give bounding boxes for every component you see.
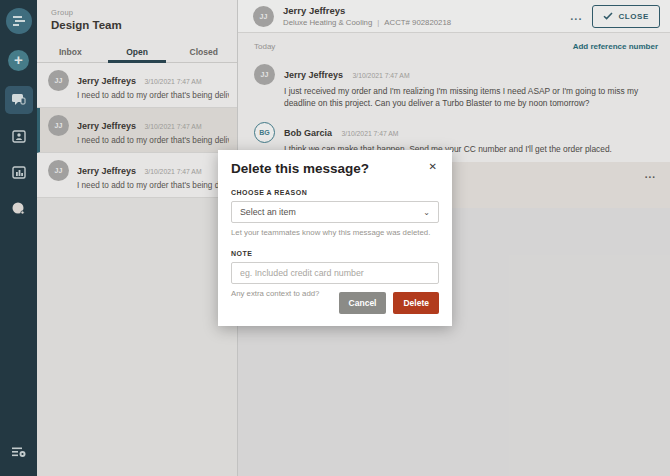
dialog-title: Delete this message?: [231, 161, 369, 176]
delete-button[interactable]: Delete: [393, 292, 439, 314]
reason-select[interactable]: Select an item ⌄: [231, 201, 439, 223]
chevron-down-icon: ⌄: [423, 208, 430, 217]
reason-helper-text: Let your teammates know why this message…: [231, 228, 439, 237]
app-window: +: [0, 0, 670, 476]
note-input[interactable]: [231, 262, 439, 284]
reason-select-value: Select an item: [240, 207, 296, 217]
reason-field-label: CHOOSE A REASON: [231, 189, 439, 196]
note-field-label: NOTE: [231, 250, 439, 257]
close-icon[interactable]: ✕: [427, 161, 439, 173]
delete-message-dialog: Delete this message? ✕ CHOOSE A REASON S…: [218, 150, 452, 326]
cancel-button[interactable]: Cancel: [339, 292, 387, 314]
